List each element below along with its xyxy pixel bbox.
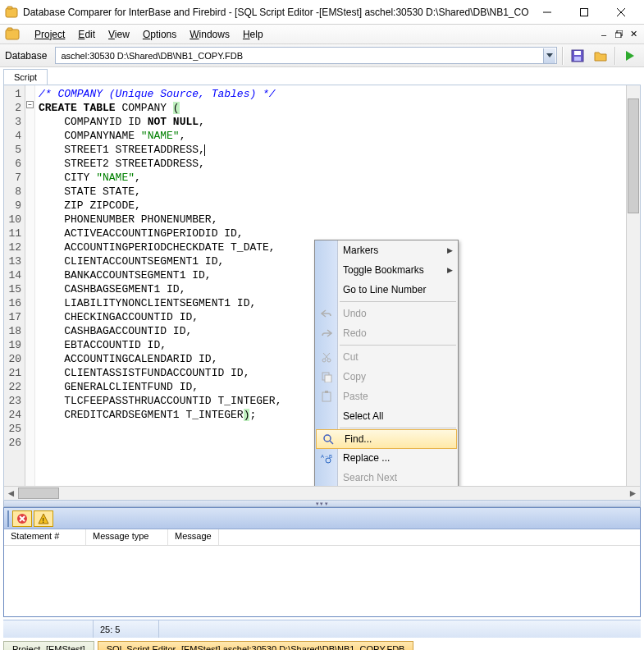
copy-icon bbox=[320, 370, 333, 383]
submenu-arrow-icon: ▶ bbox=[447, 266, 453, 274]
line-number: 16 bbox=[4, 296, 25, 310]
script-tab[interactable]: Script bbox=[3, 69, 48, 85]
menu-help[interactable]: Help bbox=[236, 27, 270, 42]
error-filter-button[interactable] bbox=[12, 510, 32, 527]
messages-list[interactable] bbox=[4, 546, 640, 616]
toolbar-grip[interactable] bbox=[7, 510, 11, 527]
line-gutter: 1234567891011121314151617181920212223242… bbox=[4, 85, 25, 486]
mdi-app-icon bbox=[5, 26, 21, 43]
tasktab-project[interactable]: Project -[EMStest] bbox=[3, 641, 94, 650]
line-number: 26 bbox=[4, 436, 25, 450]
ctx-markers[interactable]: Markers▶ bbox=[315, 240, 458, 260]
replace-icon: A→B bbox=[320, 451, 333, 465]
find-icon bbox=[322, 433, 335, 446]
menu-separator bbox=[340, 428, 456, 428]
svg-rect-13 bbox=[574, 57, 581, 61]
horizontal-scrollbar[interactable]: ◄ ► bbox=[4, 486, 640, 500]
minimize-button[interactable] bbox=[528, 1, 565, 24]
menu-edit[interactable]: Edit bbox=[71, 27, 102, 42]
line-number: 3 bbox=[4, 115, 25, 129]
status-cell-1 bbox=[3, 620, 94, 638]
window-title: Database Comparer for InterBase and Fire… bbox=[23, 7, 528, 18]
mdi-close-button[interactable]: ✕ bbox=[628, 29, 639, 40]
line-number: 11 bbox=[4, 227, 25, 240]
ctx-copy[interactable]: Copy bbox=[315, 367, 458, 387]
submenu-arrow-icon: ▶ bbox=[447, 246, 453, 254]
svg-line-24 bbox=[330, 441, 333, 444]
text-caret bbox=[204, 144, 205, 156]
redo-icon bbox=[320, 327, 333, 340]
database-combo[interactable]: aschel:30530 D:\Shared\DB\NB1_COPY.FDB bbox=[55, 47, 557, 64]
task-tabs: Project -[EMStest] SQL Script Editor -[E… bbox=[3, 641, 641, 650]
editor: 1234567891011121314151617181920212223242… bbox=[3, 85, 641, 501]
svg-rect-9 bbox=[615, 33, 621, 38]
ctx-replace[interactable]: A→BReplace ... bbox=[315, 448, 458, 468]
svg-text:!: ! bbox=[43, 516, 45, 524]
svg-point-23 bbox=[324, 435, 331, 442]
app-icon bbox=[5, 6, 18, 19]
line-number: 1 bbox=[4, 87, 25, 101]
scrollbar-thumb[interactable] bbox=[18, 488, 59, 499]
ctx-undo[interactable]: Undo bbox=[315, 304, 458, 323]
ctx-paste[interactable]: Paste bbox=[315, 387, 458, 406]
svg-point-15 bbox=[322, 359, 326, 362]
ctx-cut[interactable]: Cut bbox=[315, 347, 458, 367]
svg-rect-22 bbox=[325, 391, 328, 393]
ctx-toggle-bookmarks[interactable]: Toggle Bookmarks▶ bbox=[315, 260, 458, 280]
scroll-left-arrow-icon[interactable]: ◄ bbox=[4, 487, 18, 500]
save-script-button[interactable] bbox=[569, 47, 587, 65]
toolbar-separator-2 bbox=[614, 47, 616, 65]
vertical-scrollbar[interactable] bbox=[626, 85, 640, 486]
svg-point-16 bbox=[327, 359, 331, 362]
line-number: 25 bbox=[4, 422, 25, 436]
ctx-redo[interactable]: Redo bbox=[315, 323, 458, 343]
ctx-find[interactable]: Find... bbox=[316, 429, 457, 449]
fold-toggle-icon[interactable]: − bbox=[26, 101, 34, 108]
ctx-select-all[interactable]: Select All bbox=[315, 406, 458, 426]
line-number: 7 bbox=[4, 171, 25, 185]
database-label: Database bbox=[5, 50, 47, 62]
scroll-right-arrow-icon[interactable]: ► bbox=[626, 487, 640, 500]
horizontal-splitter[interactable]: ▾ ▾ ▾ bbox=[3, 501, 641, 507]
content-area: Script 123456789101112131415161718192021… bbox=[0, 67, 644, 650]
status-cell-3 bbox=[159, 620, 641, 638]
menu-options[interactable]: Options bbox=[136, 27, 183, 42]
svg-text:A→B: A→B bbox=[321, 454, 332, 459]
col-message-type[interactable]: Message type bbox=[86, 529, 168, 545]
svg-rect-0 bbox=[6, 8, 17, 17]
line-number: 4 bbox=[4, 129, 25, 143]
ctx-goto-line[interactable]: Go to Line Number bbox=[315, 280, 458, 300]
fold-column: − bbox=[25, 85, 35, 486]
chevron-down-icon[interactable] bbox=[543, 48, 555, 63]
mdi-restore-button[interactable] bbox=[613, 29, 624, 40]
run-script-button[interactable] bbox=[621, 47, 639, 65]
line-number: 19 bbox=[4, 338, 25, 352]
menu-view[interactable]: View bbox=[102, 27, 136, 42]
svg-rect-6 bbox=[6, 30, 19, 39]
line-number: 21 bbox=[4, 366, 25, 380]
open-script-button[interactable] bbox=[591, 47, 610, 65]
svg-marker-14 bbox=[626, 51, 634, 61]
menu-project[interactable]: Project bbox=[28, 27, 71, 42]
col-statement[interactable]: Statement # bbox=[4, 529, 86, 545]
ctx-search-next[interactable]: Search Next bbox=[315, 468, 458, 486]
col-message[interactable]: Message bbox=[168, 529, 219, 545]
svg-rect-1 bbox=[7, 7, 12, 9]
tasktab-script-editor[interactable]: SQL Script Editor -[EMStest] aschel:3053… bbox=[98, 641, 414, 650]
line-number: 20 bbox=[4, 352, 25, 366]
mdi-minimize-button[interactable]: – bbox=[598, 29, 610, 40]
svg-marker-10 bbox=[546, 53, 553, 57]
maximize-button[interactable] bbox=[565, 1, 602, 24]
menu-windows[interactable]: Windows bbox=[183, 27, 236, 42]
paste-icon bbox=[320, 390, 333, 403]
database-combo-value: aschel:30530 D:\Shared\DB\NB1_COPY.FDB bbox=[61, 51, 540, 61]
warning-filter-button[interactable]: ! bbox=[34, 510, 53, 527]
close-button[interactable] bbox=[602, 1, 639, 24]
undo-icon bbox=[320, 307, 333, 320]
scrollbar-thumb[interactable] bbox=[628, 98, 639, 213]
line-number: 17 bbox=[4, 310, 25, 324]
menu-separator bbox=[340, 345, 456, 346]
svg-rect-21 bbox=[322, 392, 331, 401]
line-number: 9 bbox=[4, 199, 25, 213]
splitter-grip-icon: ▾ ▾ ▾ bbox=[316, 501, 329, 507]
